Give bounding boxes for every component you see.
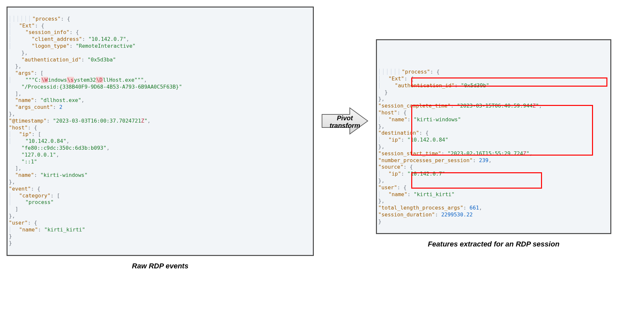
- left-caption: Raw RDP events: [132, 262, 189, 270]
- right-panel-wrap: "process": { "Ext": { "authentication_id…: [376, 39, 611, 248]
- json-key: "process": [32, 16, 61, 22]
- diagram-container: "process": { "Ext": { "session_info": { …: [7, 7, 637, 270]
- highlight-box-2: [411, 105, 593, 156]
- arrow-label: Pivottransform: [330, 114, 360, 129]
- right-caption: Features extracted for an RDP session: [428, 240, 560, 248]
- left-panel-wrap: "process": { "Ext": { "session_info": { …: [7, 7, 314, 270]
- raw-events-code-panel: "process": { "Ext": { "session_info": { …: [7, 7, 314, 256]
- arrow-column: Pivottransform: [320, 105, 369, 129]
- features-code-panel: "process": { "Ext": { "authentication_id…: [376, 39, 611, 234]
